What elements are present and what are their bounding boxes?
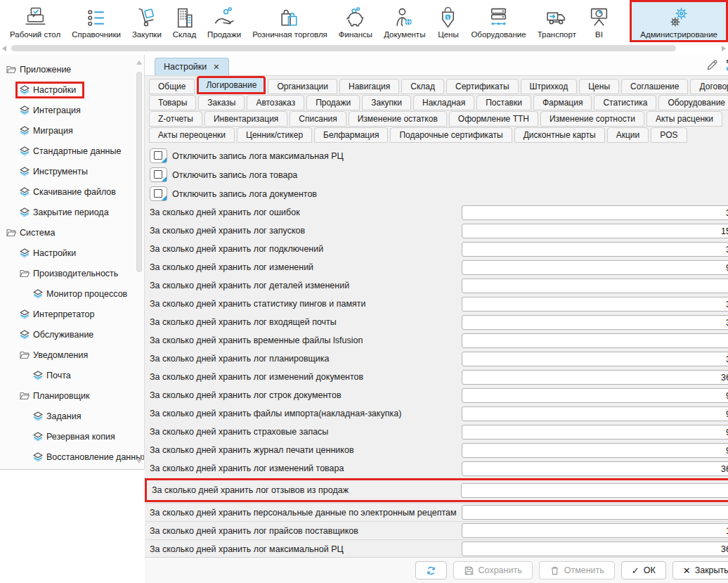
field-input-control[interactable] xyxy=(462,525,728,538)
close-button[interactable]: ✕Закрыть xyxy=(672,561,728,579)
tab-item[interactable]: Инвентаризация xyxy=(204,111,287,127)
fullscreen-expand-icon[interactable] xyxy=(725,58,728,72)
sidebar-item[interactable]: Скачивание файлов xyxy=(0,181,144,202)
tab-item[interactable]: Логирование xyxy=(197,76,266,94)
tab-item[interactable]: Оборудование xyxy=(658,95,728,110)
scroll-down-icon[interactable] xyxy=(136,459,142,463)
field-input-control[interactable] xyxy=(462,297,728,311)
tab-item[interactable]: Соглашение xyxy=(621,79,688,94)
field-input-control[interactable] xyxy=(462,261,728,274)
field-input[interactable] xyxy=(462,370,728,385)
sidebar-item[interactable]: Производительность xyxy=(0,263,144,283)
save-button[interactable]: Сохранить xyxy=(453,561,533,579)
field-input[interactable] xyxy=(462,242,728,257)
field-input[interactable] xyxy=(462,406,728,421)
toolbar-item-sales[interactable]: Продажи xyxy=(202,0,247,42)
field-input-control[interactable] xyxy=(462,316,728,329)
field-input-control[interactable] xyxy=(462,352,728,366)
tab-item[interactable]: POS xyxy=(651,127,687,143)
sidebar-item[interactable]: Планировщик xyxy=(0,385,144,406)
field-input-control[interactable] xyxy=(462,206,728,219)
sidebar-item[interactable]: Настройки xyxy=(0,243,144,263)
scroll-right-icon[interactable] xyxy=(722,46,726,51)
field-input-control[interactable] xyxy=(462,444,728,457)
tab-item[interactable]: Белфармация xyxy=(314,127,388,143)
sidebar-item[interactable]: Восстановление данных xyxy=(0,447,144,466)
toolbar-item-purchases[interactable]: Закупки xyxy=(126,0,167,42)
toolbar-item-desktop[interactable]: Рабочий стол xyxy=(4,0,66,42)
field-input-control[interactable] xyxy=(462,334,728,347)
tab-item[interactable]: Изменение остатков xyxy=(349,111,447,127)
tab-item[interactable]: Накладная xyxy=(413,95,474,110)
sidebar-item[interactable]: Интеграция xyxy=(0,100,144,120)
tab-item[interactable]: Акции xyxy=(607,127,649,143)
tab-item[interactable]: Изменение сортности xyxy=(540,111,644,127)
sidebar-item[interactable]: Почта xyxy=(0,365,144,385)
field-input-control[interactable] xyxy=(462,407,728,421)
field-input[interactable] xyxy=(462,388,728,403)
field-input[interactable] xyxy=(462,443,728,458)
tab-item[interactable]: Дисконтные карты xyxy=(514,127,605,143)
ok-button[interactable]: ✓ОК xyxy=(621,561,666,579)
checkbox[interactable] xyxy=(150,167,167,182)
toolbar-item-documents[interactable]: Документы xyxy=(378,0,431,42)
field-input[interactable] xyxy=(462,425,728,440)
field-input[interactable] xyxy=(462,297,728,312)
field-input[interactable] xyxy=(462,542,728,556)
tab-item[interactable]: Цены xyxy=(579,79,619,94)
tab-item[interactable]: Закупки xyxy=(362,95,411,110)
sidebar-item[interactable]: Уведомления xyxy=(0,345,144,365)
toolbar-item-bi[interactable]: BI xyxy=(582,0,616,42)
sidebar-item[interactable]: Инструменты xyxy=(0,161,144,181)
tab-item[interactable]: Договор xyxy=(690,79,728,94)
refresh-button[interactable] xyxy=(415,561,447,579)
toolbar-item-retail[interactable]: Розничная торговля xyxy=(247,0,333,42)
tab-item[interactable]: Склад xyxy=(401,79,444,94)
toolbar-item-transport[interactable]: Транспорт xyxy=(532,0,582,42)
sidebar-item[interactable]: Задания xyxy=(0,406,144,426)
field-input-control[interactable] xyxy=(462,484,728,497)
sidebar-item[interactable]: Обслуживание xyxy=(0,324,144,345)
checkbox[interactable] xyxy=(150,148,167,163)
tab-item[interactable]: Навигация xyxy=(339,79,399,94)
horizontal-scrollbar-thumb[interactable] xyxy=(11,45,676,51)
tab-item[interactable]: Штрихкод xyxy=(521,79,578,94)
toolbar-item-finance[interactable]: Финансы xyxy=(333,0,378,42)
toolbar-item-warehouse[interactable]: Склад xyxy=(167,0,202,42)
tab-item[interactable]: Сертификаты xyxy=(446,79,519,94)
sidebar-vertical-scrollbar[interactable] xyxy=(136,60,143,463)
field-input[interactable] xyxy=(462,205,728,220)
field-input[interactable] xyxy=(462,352,728,366)
document-tab-settings[interactable]: Настройки ✕ xyxy=(155,58,229,75)
field-input-control[interactable] xyxy=(462,279,728,293)
tab-item[interactable]: Статистика xyxy=(594,95,656,110)
field-input[interactable] xyxy=(462,224,728,238)
checkbox[interactable] xyxy=(150,186,167,201)
sidebar-item[interactable]: Система xyxy=(0,222,144,243)
tab-item[interactable]: Акты расценки xyxy=(646,111,722,127)
tab-item[interactable]: Подарочные сертификаты xyxy=(390,127,512,143)
sidebar-item[interactable]: Закрытие периода xyxy=(0,202,144,222)
field-input-control[interactable] xyxy=(462,371,728,384)
tab-item[interactable]: Продажи xyxy=(306,95,360,110)
field-input-control[interactable] xyxy=(462,543,728,556)
edit-pencil-icon[interactable] xyxy=(706,58,719,72)
scroll-left-icon[interactable] xyxy=(2,46,6,51)
tab-item[interactable]: Заказы xyxy=(198,95,245,110)
sidebar-item[interactable]: Настройки xyxy=(0,79,144,100)
field-input-control[interactable] xyxy=(462,389,728,402)
tab-item[interactable]: Списания xyxy=(290,111,346,127)
tab-item[interactable]: Z-отчеты xyxy=(149,111,202,127)
tab-item[interactable]: Товары xyxy=(149,95,196,110)
field-input[interactable] xyxy=(462,278,728,293)
tab-item[interactable]: Акты переоценки xyxy=(149,127,235,143)
field-input[interactable] xyxy=(462,260,728,275)
field-input[interactable] xyxy=(462,315,728,330)
tab-item[interactable]: Поставки xyxy=(476,95,531,110)
field-input-control[interactable] xyxy=(462,224,728,238)
field-input[interactable] xyxy=(462,523,728,538)
sidebar-item[interactable]: Стандартные данные xyxy=(0,141,144,161)
toolbar-item-prices[interactable]: $Цены xyxy=(431,0,465,42)
vertical-scrollbar-thumb[interactable] xyxy=(136,72,142,272)
close-icon[interactable]: ✕ xyxy=(213,63,219,72)
